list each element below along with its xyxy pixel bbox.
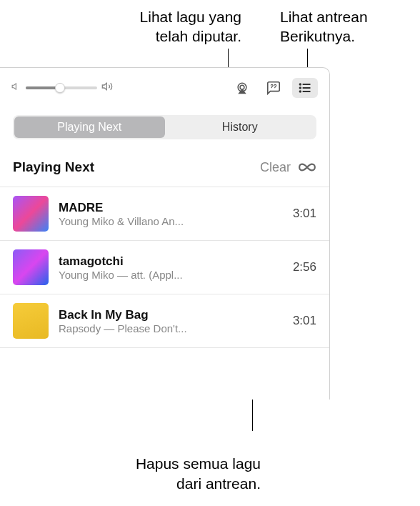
- svg-point-6: [300, 87, 301, 89]
- volume-track[interactable]: [26, 86, 97, 89]
- svg-point-5: [300, 84, 301, 85]
- callout-queue: Lihat antreanBerikutnya.: [280, 7, 368, 46]
- song-meta: MADRE Young Miko & Villano An...: [59, 201, 283, 227]
- song-duration: 2:56: [293, 260, 316, 274]
- song-artist: Rapsody — Please Don't...: [59, 322, 205, 334]
- song-duration: 3:01: [293, 314, 316, 328]
- autoplay-infinity-icon[interactable]: [298, 158, 316, 177]
- airplay-button[interactable]: [229, 78, 255, 98]
- callout-history: Lihat lagu yangtelah diputar.: [99, 7, 241, 46]
- song-list: MADRE Young Miko & Villano An... 3:01 ta…: [0, 187, 329, 348]
- playing-next-panel: Playing Next History Playing Next Clear …: [0, 67, 330, 400]
- toolbar: [0, 68, 329, 109]
- song-title: MADRE: [59, 201, 283, 215]
- lyrics-button[interactable]: [261, 78, 286, 98]
- song-artist: Young Miko & Villano An...: [59, 215, 205, 227]
- section-title: Playing Next: [13, 159, 260, 175]
- tab-history[interactable]: History: [165, 116, 316, 138]
- song-row[interactable]: Back In My Bag Rapsody — Please Don't...…: [0, 294, 329, 348]
- volume-low-icon: [11, 81, 21, 94]
- svg-point-7: [300, 91, 301, 92]
- callout-clear: Hapus semua lagudari antrean.: [121, 454, 261, 493]
- song-title: tamagotchi: [59, 254, 283, 269]
- song-title: Back In My Bag: [59, 308, 283, 322]
- song-meta: Back In My Bag Rapsody — Please Don't...: [59, 308, 283, 334]
- queue-tabs: Playing Next History: [13, 115, 316, 139]
- svg-point-1: [240, 85, 244, 89]
- song-duration: 3:01: [293, 207, 316, 221]
- album-artwork: [13, 249, 49, 285]
- tab-playing-next[interactable]: Playing Next: [14, 116, 165, 138]
- album-artwork: [13, 303, 49, 339]
- song-artist: Young Miko — att. (Appl...: [59, 269, 205, 281]
- album-artwork: [13, 196, 49, 232]
- clear-button[interactable]: Clear: [260, 160, 291, 175]
- volume-knob[interactable]: [55, 83, 65, 93]
- song-row[interactable]: MADRE Young Miko & Villano An... 3:01: [0, 187, 329, 241]
- volume-high-icon: [101, 81, 113, 95]
- queue-button[interactable]: [292, 78, 318, 98]
- song-row[interactable]: tamagotchi Young Miko — att. (Appl... 2:…: [0, 241, 329, 294]
- song-meta: tamagotchi Young Miko — att. (Appl...: [59, 254, 283, 281]
- volume-slider[interactable]: [11, 81, 113, 95]
- section-header: Playing Next Clear: [0, 139, 329, 187]
